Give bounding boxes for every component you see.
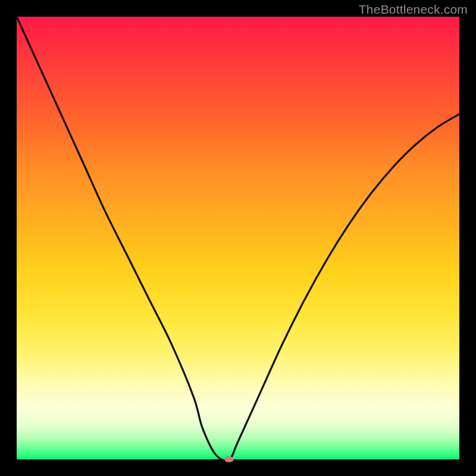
optimal-point-marker <box>224 456 234 462</box>
bottleneck-curve <box>17 17 459 459</box>
plot-area <box>17 17 459 459</box>
watermark-text: TheBottleneck.com <box>359 2 468 17</box>
chart-frame: TheBottleneck.com <box>0 0 476 476</box>
